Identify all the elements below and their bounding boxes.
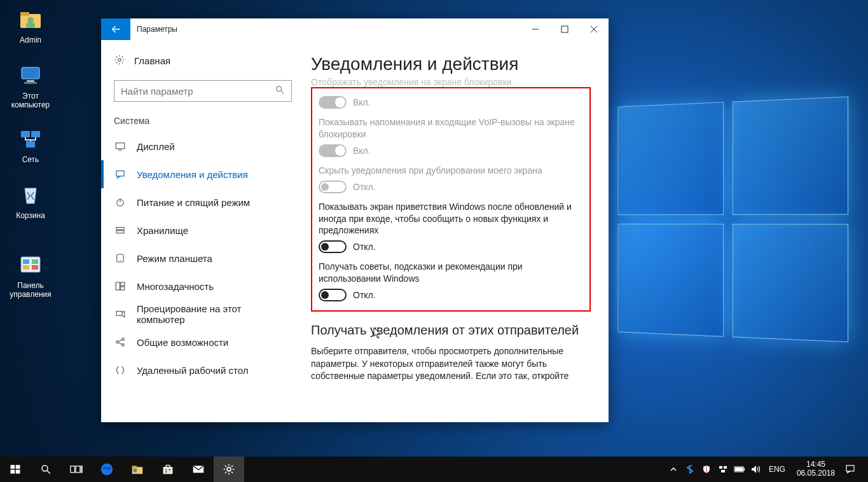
svg-rect-4: [22, 67, 39, 79]
sidebar-item-project[interactable]: Проецирование на этот компьютер: [101, 300, 305, 328]
svg-point-35: [122, 344, 125, 347]
tray-time: 14:45: [797, 460, 835, 469]
tray-volume-icon[interactable]: [750, 463, 762, 476]
tray-action-center-icon[interactable]: [844, 463, 857, 476]
svg-rect-56: [719, 466, 722, 469]
toggle-hide-duplicate[interactable]: [319, 181, 347, 193]
taskbar-edge[interactable]: [92, 457, 122, 482]
taskbar-settings[interactable]: [214, 457, 244, 482]
highlight-box: Вкл. Показывать напоминания и входящие V…: [311, 87, 591, 312]
toggle-state-text: Вкл.: [353, 146, 371, 156]
maximize-button[interactable]: [550, 18, 579, 40]
toggle-state-text: Вкл.: [353, 97, 371, 107]
sidebar-item-remote[interactable]: Удаленный рабочий стол: [101, 356, 305, 384]
svg-rect-22: [116, 171, 124, 176]
tray-language[interactable]: ENG: [766, 465, 788, 474]
settings-window: Параметры Главная Система Дисплей Уведом…: [101, 18, 609, 422]
sidebar-item-label: Уведомления и действия: [137, 169, 248, 180]
search-button[interactable]: [31, 457, 61, 482]
tray-battery-icon[interactable]: [733, 463, 746, 476]
edge-icon: [100, 462, 114, 476]
tray-chevron-up-icon[interactable]: [667, 463, 680, 476]
taskbar-store[interactable]: [153, 457, 183, 482]
tray-security-icon[interactable]: [700, 463, 713, 476]
svg-rect-42: [71, 466, 75, 472]
svg-rect-44: [81, 466, 83, 472]
toggle-tips[interactable]: [319, 289, 347, 301]
store-icon: [161, 462, 175, 476]
svg-point-40: [42, 465, 48, 471]
sidebar-item-display[interactable]: Дисплей: [101, 132, 305, 160]
desktop-icon-recycle[interactable]: Корзина: [5, 181, 56, 220]
multitask-icon: [114, 280, 127, 293]
back-button[interactable]: [101, 18, 130, 40]
sidebar-item-power[interactable]: Питание и спящий режим: [101, 188, 305, 216]
taskbar-explorer[interactable]: [122, 457, 153, 482]
svg-rect-36: [11, 465, 15, 469]
desktop-icon-label: Сеть: [5, 155, 56, 164]
svg-point-28: [120, 260, 121, 261]
svg-rect-60: [743, 468, 745, 471]
svg-rect-32: [116, 312, 122, 316]
svg-rect-6: [24, 82, 37, 84]
toggle-state-text: Откл.: [353, 290, 376, 300]
svg-rect-13: [23, 265, 29, 270]
minimize-button[interactable]: [521, 18, 550, 40]
svg-point-33: [116, 341, 119, 343]
search-box[interactable]: [114, 80, 292, 102]
windows-logo-backdrop: [617, 97, 848, 343]
sidebar-item-label: Многозадачность: [137, 281, 214, 292]
svg-rect-16: [561, 26, 568, 32]
svg-rect-37: [16, 465, 20, 469]
start-button[interactable]: [0, 457, 31, 482]
tray-network-icon[interactable]: [717, 463, 729, 476]
sidebar-item-storage[interactable]: Хранилище: [101, 216, 305, 244]
sidebar-item-tablet[interactable]: Режим планшета: [101, 244, 305, 272]
svg-rect-26: [116, 231, 124, 233]
recycle-bin-icon: [17, 181, 45, 209]
svg-rect-38: [11, 470, 15, 474]
sidebar-item-label: Питание и спящий режим: [137, 197, 250, 208]
sidebar-item-notifications[interactable]: Уведомления и действия: [101, 160, 305, 188]
sidebar-item-shared[interactable]: Общие возможности: [101, 328, 305, 356]
taskview-button[interactable]: [61, 457, 92, 482]
svg-rect-39: [16, 470, 20, 474]
svg-rect-47: [132, 466, 137, 469]
display-icon: [114, 140, 127, 153]
network-icon: [17, 125, 45, 153]
desktop-icon-admin[interactable]: Admin: [5, 5, 56, 45]
taskbar-mail[interactable]: [183, 457, 214, 482]
section-title: Получать уведомления от этих отправителе…: [311, 323, 591, 338]
svg-rect-5: [27, 80, 34, 82]
toggle-voip-lockscreen[interactable]: [319, 144, 347, 157]
desktop-icon-label: Admin: [5, 36, 56, 45]
computer-icon: [17, 61, 45, 89]
svg-rect-11: [23, 259, 29, 264]
search-input[interactable]: [121, 86, 275, 97]
svg-rect-62: [846, 465, 854, 471]
desktop-icon-control-panel[interactable]: Панель управления: [5, 251, 56, 299]
sidebar-item-multitask[interactable]: Многозадачность: [101, 272, 305, 300]
sidebar-home[interactable]: Главная: [101, 54, 305, 80]
toggle-lockscreen-notifications[interactable]: [319, 96, 347, 109]
desktop-icon-network[interactable]: Сеть: [5, 125, 56, 164]
sidebar-item-label: Проецирование на этот компьютер: [137, 303, 292, 325]
svg-rect-10: [21, 257, 40, 272]
toggle-label: Получать советы, подсказки и рекомендаци…: [319, 261, 583, 285]
tray-clock[interactable]: 14:45 06.05.2018: [792, 460, 840, 478]
svg-rect-3: [26, 23, 35, 28]
desktop-icon-this-pc[interactable]: Этот компьютер: [5, 61, 56, 109]
tablet-icon: [114, 252, 127, 265]
section-body: Выберите отправителя, чтобы просмотреть …: [311, 345, 591, 383]
toggle-welcome-screen[interactable]: [319, 240, 347, 253]
svg-rect-14: [32, 265, 38, 270]
svg-rect-8: [31, 131, 40, 137]
taskview-icon: [70, 464, 83, 474]
svg-rect-48: [134, 469, 137, 472]
close-button[interactable]: [579, 18, 609, 40]
gear-icon: [223, 463, 235, 476]
gear-icon: [114, 54, 125, 67]
desktop-icon-label: Корзина: [5, 211, 56, 220]
svg-point-34: [122, 338, 125, 341]
tray-bluetooth-icon[interactable]: [684, 463, 696, 476]
